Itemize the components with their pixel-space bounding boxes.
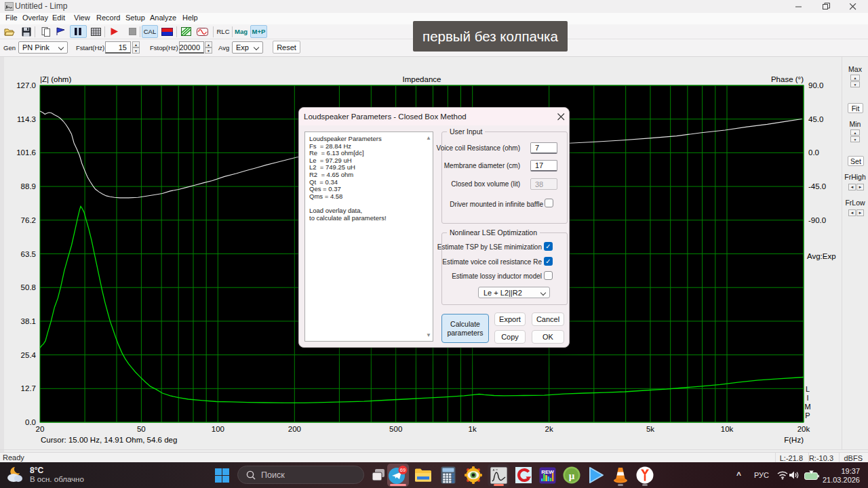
spin-down-button[interactable]: ▼ — [850, 136, 860, 142]
avg-select[interactable]: Exp▼ — [232, 41, 263, 54]
close-button[interactable] — [843, 0, 863, 13]
overlay-flag-button[interactable] — [54, 25, 67, 38]
input-label: Closed box volume (lit) — [367, 180, 520, 188]
menu-overlay[interactable]: Overlay — [22, 14, 48, 22]
fstart-up-button[interactable]: ▲ — [132, 41, 140, 47]
x-tick: 1k — [469, 425, 477, 433]
menu-analyze[interactable]: Analyze — [150, 14, 176, 22]
taskbar-app-eye-app[interactable] — [462, 464, 484, 487]
toolbar-separator — [104, 26, 105, 37]
task-view-button[interactable] — [368, 464, 389, 487]
taskbar: 8°C В осн. облачно Поиск ^ — [0, 462, 868, 488]
taskbar-app-vlc[interactable] — [610, 464, 631, 487]
stop-button[interactable] — [125, 25, 140, 38]
open-button[interactable] — [2, 25, 16, 38]
copy-button[interactable] — [39, 25, 53, 38]
taskbar-app-limp-app[interactable] — [488, 464, 509, 487]
input-field[interactable]: 17 — [530, 160, 557, 171]
input-label: Voice coil Resistance (ohm) — [367, 144, 520, 152]
tray-expand-chevron[interactable]: ^ — [736, 470, 741, 480]
taskbar-app-media-player[interactable] — [585, 464, 607, 487]
generator-button[interactable] — [180, 25, 193, 38]
fstart-input[interactable]: 15 — [105, 41, 131, 54]
frhigh-label: FrHigh — [842, 173, 868, 181]
menu-setup[interactable]: Setup — [125, 14, 145, 22]
taskbar-app-utorrent[interactable]: µ — [561, 464, 583, 487]
fstop-up-button[interactable]: ▲ — [205, 41, 212, 47]
lse-checkbox[interactable]: ✓ — [544, 242, 553, 251]
dialog-close-button[interactable] — [554, 110, 568, 123]
inductor-model-select[interactable]: Le + L2||R2▼ — [478, 287, 550, 298]
spin-up-button[interactable]: ▲ — [850, 75, 860, 81]
tray-language[interactable]: РУС — [754, 471, 769, 479]
export-button[interactable]: Export — [494, 312, 526, 326]
scroll-up-icon[interactable]: ▲ — [426, 135, 431, 141]
fstart-stepper[interactable]: ▲ ▼ — [132, 41, 140, 54]
y-right-tick: 0.0 — [808, 148, 819, 157]
svg-text:69: 69 — [400, 467, 406, 473]
taskbar-app-explorer[interactable] — [412, 464, 434, 487]
lse-checkbox[interactable]: ✓ — [544, 257, 553, 266]
copy-button[interactable]: Copy — [494, 330, 526, 344]
restore-button[interactable] — [816, 0, 836, 13]
taskbar-app-telegram[interactable]: 69 — [387, 464, 409, 487]
taskbar-app-rew[interactable]: REW — [536, 464, 558, 487]
arrow-right-button[interactable]: ► — [856, 184, 864, 190]
arrow-right-button[interactable]: ► — [856, 209, 864, 216]
pause-icon — [74, 27, 82, 36]
taskbar-app-yandex-browser[interactable] — [634, 464, 656, 487]
ok-label: OK — [542, 333, 553, 341]
lse-checkbox[interactable] — [544, 271, 553, 280]
rlc-button[interactable]: RLC — [215, 25, 231, 38]
sine-button[interactable] — [195, 25, 209, 38]
volume-icon[interactable] — [789, 471, 800, 480]
taskbar-app-red-c-app[interactable] — [513, 464, 534, 487]
menu-file[interactable]: File — [5, 14, 18, 22]
cancel-button[interactable]: Cancel — [532, 312, 564, 326]
weather-icon — [5, 465, 26, 484]
minimize-button[interactable] — [789, 0, 809, 13]
spin-up-button[interactable]: ▲ — [850, 129, 860, 136]
set-button[interactable]: Set — [848, 156, 864, 166]
battery-charging-icon[interactable] — [804, 470, 819, 480]
record-play-button[interactable] — [107, 25, 121, 38]
start-button[interactable] — [211, 464, 233, 487]
taskbar-clock[interactable]: 19:37 21.03.2026 — [823, 467, 860, 484]
dialog-titlebar[interactable]: Loudspeaker Parameters - Closed Box Meth… — [299, 108, 569, 125]
mag-button[interactable]: Mag — [235, 25, 248, 38]
table-button[interactable] — [89, 25, 103, 38]
reset-button[interactable]: Reset — [273, 41, 300, 54]
calculate-parameters-button[interactable]: Calculate parameters — [441, 314, 489, 343]
arrow-left-button[interactable]: ◄ — [848, 184, 856, 190]
menu-help[interactable]: Help — [182, 14, 198, 22]
taskbar-app-calculator[interactable] — [437, 464, 459, 487]
menu-edit[interactable]: Edit — [52, 14, 65, 22]
generator-select[interactable]: PN Pink▼ — [18, 41, 68, 54]
toolbar-separator — [140, 26, 140, 37]
fstop-stepper[interactable]: ▲ ▼ — [205, 41, 212, 54]
pause-button[interactable] — [70, 25, 87, 38]
fstop-input[interactable]: 20000 — [179, 41, 204, 54]
fstart-down-button[interactable]: ▼ — [132, 47, 140, 54]
lse-check-label: Estimate voice coil resistance Re — [367, 258, 542, 266]
y-right-tick: -45.0 — [808, 182, 826, 190]
cal-button[interactable]: CAL — [142, 25, 158, 38]
input-field[interactable]: 7 — [530, 142, 557, 154]
scroll-down-icon[interactable]: ▼ — [426, 332, 431, 338]
ok-button[interactable]: OK — [532, 330, 564, 344]
arrow-left-button[interactable]: ◄ — [848, 209, 856, 216]
taskbar-weather-widget[interactable]: 8°C В осн. облачно — [5, 465, 84, 484]
mp-button[interactable]: M+P — [250, 25, 267, 38]
save-button[interactable] — [19, 25, 33, 38]
search-box[interactable]: Поиск — [237, 466, 364, 484]
menu-view[interactable]: View — [74, 14, 90, 22]
spin-down-button[interactable]: ▼ — [850, 81, 860, 87]
menu-record[interactable]: Record — [96, 14, 120, 22]
caption-text: первый без колпачка — [422, 28, 558, 45]
fstop-down-button[interactable]: ▼ — [205, 47, 212, 54]
wifi-icon[interactable] — [777, 471, 788, 480]
flag-redblue-button[interactable] — [160, 25, 174, 38]
fit-button[interactable]: Fit — [848, 103, 863, 113]
baffle-checkbox[interactable] — [545, 199, 553, 207]
chevron-down-icon: ▼ — [540, 290, 546, 296]
